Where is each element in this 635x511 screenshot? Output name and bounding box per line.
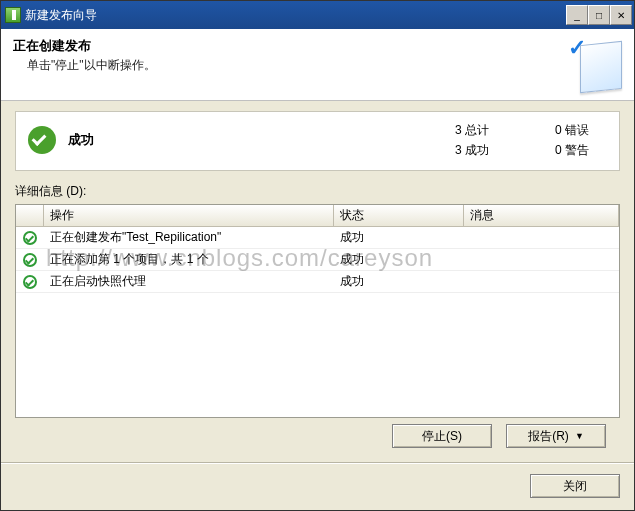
check-icon: ✓ bbox=[568, 35, 586, 61]
row-status: 成功 bbox=[334, 251, 464, 268]
row-operation: 正在启动快照代理 bbox=[44, 273, 334, 290]
row-status-icon bbox=[23, 275, 37, 289]
grid-header-icon[interactable] bbox=[16, 205, 44, 226]
close-button-label: 关闭 bbox=[563, 478, 587, 495]
close-button[interactable]: 关闭 bbox=[530, 474, 620, 498]
dialog-body: 正在创建发布 单击"停止"以中断操作。 ✓ 成功 3 总计 3 成功 0 错误 … bbox=[1, 29, 634, 510]
report-button-label: 报告(R) bbox=[528, 428, 569, 445]
grid-header-message[interactable]: 消息 bbox=[464, 205, 619, 226]
row-status: 成功 bbox=[334, 229, 464, 246]
row-status: 成功 bbox=[334, 273, 464, 290]
stat-success: 3 成功 bbox=[455, 140, 489, 160]
success-icon bbox=[28, 126, 56, 154]
stat-errors: 0 错误 bbox=[555, 120, 589, 140]
table-row[interactable]: 正在添加第 1 个项目，共 1 个 成功 bbox=[16, 249, 619, 271]
grid-header-operation[interactable]: 操作 bbox=[44, 205, 334, 226]
summary-panel: 成功 3 总计 3 成功 0 错误 0 警告 bbox=[15, 111, 620, 171]
stop-button-label: 停止(S) bbox=[422, 428, 462, 445]
window-title: 新建发布向导 bbox=[25, 7, 566, 24]
wizard-header-subtitle: 单击"停止"以中断操作。 bbox=[13, 57, 622, 74]
stop-button[interactable]: 停止(S) bbox=[392, 424, 492, 448]
wizard-header-image: ✓ bbox=[572, 35, 622, 91]
window-control-group: _ □ ✕ bbox=[566, 5, 632, 25]
close-window-button[interactable]: ✕ bbox=[610, 5, 632, 25]
table-row[interactable]: 正在创建发布"Test_Repilication" 成功 bbox=[16, 227, 619, 249]
chevron-down-icon: ▼ bbox=[575, 431, 584, 441]
stat-total: 3 总计 bbox=[455, 120, 489, 140]
details-grid: 操作 状态 消息 正在创建发布"Test_Repilication" 成功 正在… bbox=[15, 204, 620, 418]
summary-stats-col2: 0 错误 0 警告 bbox=[555, 120, 589, 160]
grid-header-row: 操作 状态 消息 bbox=[16, 205, 619, 227]
summary-stats-col1: 3 总计 3 成功 bbox=[455, 120, 489, 160]
maximize-button[interactable]: □ bbox=[588, 5, 610, 25]
row-operation: 正在创建发布"Test_Repilication" bbox=[44, 229, 334, 246]
window-titlebar: 新建发布向导 _ □ ✕ bbox=[1, 1, 634, 29]
table-row[interactable]: 正在启动快照代理 成功 bbox=[16, 271, 619, 293]
wizard-header: 正在创建发布 单击"停止"以中断操作。 ✓ bbox=[1, 29, 634, 101]
report-button[interactable]: 报告(R) ▼ bbox=[506, 424, 606, 448]
row-status-icon bbox=[23, 253, 37, 267]
grid-body: 正在创建发布"Test_Repilication" 成功 正在添加第 1 个项目… bbox=[16, 227, 619, 417]
row-status-icon bbox=[23, 231, 37, 245]
wizard-header-title: 正在创建发布 bbox=[13, 37, 622, 55]
app-icon bbox=[5, 7, 21, 23]
minimize-button[interactable]: _ bbox=[566, 5, 588, 25]
grid-header-status[interactable]: 状态 bbox=[334, 205, 464, 226]
row-operation: 正在添加第 1 个项目，共 1 个 bbox=[44, 251, 334, 268]
stat-warnings: 0 警告 bbox=[555, 140, 589, 160]
summary-status: 成功 bbox=[68, 131, 455, 149]
details-label: 详细信息 (D): bbox=[15, 183, 620, 200]
